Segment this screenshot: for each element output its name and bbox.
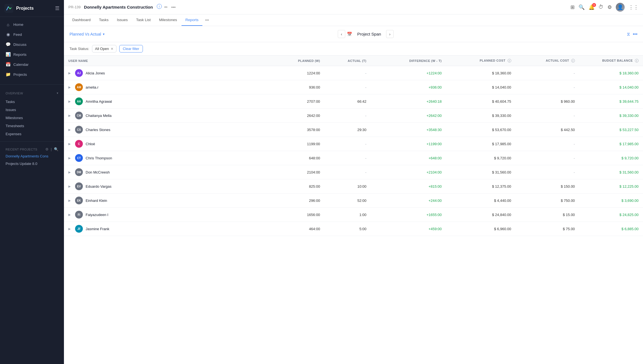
more-options-icon[interactable]: ••• [170, 4, 177, 11]
sidebar-item-projects[interactable]: 📁 Projects [0, 69, 64, 79]
user-name-10: Faiyazudeen I [86, 213, 108, 217]
user-avatar[interactable]: 👤 [616, 3, 625, 12]
sidebar-item-calendar-label: Calendar [13, 62, 29, 67]
sidebar-item-milestones[interactable]: Milestones [0, 114, 64, 122]
report-nav-prev-button[interactable]: ‹ [338, 30, 345, 38]
sidebar-item-issues[interactable]: Issues [0, 106, 64, 114]
grid-icon[interactable]: ⋮⋮ [629, 4, 639, 10]
info-icon[interactable]: i [157, 4, 162, 9]
filter-icon[interactable]: ⧖ [627, 32, 630, 37]
actual-cost-3: - [516, 109, 579, 123]
clear-filter-button[interactable]: Clear filter [119, 45, 143, 52]
report-more-options-icon[interactable]: ••• [633, 32, 637, 37]
recent-search-icon[interactable]: 🔍 [54, 147, 58, 151]
tab-tasks[interactable]: Tasks [95, 14, 113, 26]
budget-balance-info-icon[interactable]: i [635, 59, 639, 62]
row-expand-button[interactable]: ▶ [68, 71, 71, 75]
calendar-icon: 📅 [6, 62, 11, 67]
report-type-label: Planned Vs Actual [69, 32, 101, 36]
table-row: ▶ CM Chaitanya Mella 2642:00 - +2642:00 … [64, 109, 643, 123]
user-avatar-0: AJ [75, 69, 83, 77]
sidebar-item-tasks[interactable]: Tasks [0, 98, 64, 106]
difference-9: +244:00 [371, 194, 446, 208]
timer-icon[interactable]: ⏱ [599, 4, 604, 10]
col-header-actual-cost: ACTUAL COST i [516, 56, 579, 66]
sidebar-item-timesheets[interactable]: Timesheets [0, 122, 64, 130]
budget-balance-10: $ 24,825.00 [579, 208, 643, 222]
row-expand-button[interactable]: ▶ [68, 185, 71, 188]
settings-icon[interactable]: ⚙ [607, 4, 612, 10]
home-icon: ⌂ [6, 22, 11, 27]
sidebar-item-home[interactable]: ⌂ Home [0, 20, 64, 29]
row-expand-button[interactable]: ▶ [68, 156, 71, 160]
tab-issues[interactable]: Issues [113, 14, 132, 26]
actual-cost-4: $ 442.50 [516, 123, 579, 137]
tab-more[interactable]: ••• [203, 15, 211, 26]
row-expand-button[interactable]: ▶ [68, 227, 71, 231]
user-avatar-8: EV [75, 182, 83, 190]
row-expand-button[interactable]: ▶ [68, 199, 71, 202]
row-expand-button[interactable]: ▶ [68, 128, 71, 132]
sidebar-item-projects-label: Projects [13, 72, 27, 77]
col-header-difference: DIFFERENCE (W - T) [371, 56, 446, 66]
planned-1: 936:00 [267, 80, 324, 94]
row-expand-button[interactable]: ▶ [68, 86, 71, 89]
planned-cost-1: $ 14,040.00 [446, 80, 516, 94]
planned-cost-11: $ 6,960.00 [446, 222, 516, 236]
planned-cost-10: $ 24,840.00 [446, 208, 516, 222]
actual-1: - [324, 80, 371, 94]
actual-4: 29:30 [324, 123, 371, 137]
actual-7: - [324, 165, 371, 179]
actual-6: - [324, 151, 371, 165]
filter-chip-close-icon[interactable]: ✕ [111, 47, 113, 51]
actual-2: 66:42 [324, 94, 371, 109]
add-icon[interactable]: ⊞ [570, 4, 575, 10]
report-calendar-icon[interactable]: 📅 [347, 32, 352, 37]
recent-separator: | [51, 147, 52, 151]
col-header-planned-cost: PLANNED COST i [446, 56, 516, 66]
sidebar-item-expenses[interactable]: Expenses [0, 130, 64, 138]
tab-dashboard[interactable]: Dashboard [68, 14, 95, 26]
recent-project-update[interactable]: Projects Update 8.0 [0, 160, 64, 167]
sidebar-item-reports[interactable]: 📊 Reports [0, 49, 64, 59]
edit-icon[interactable]: ✏ [163, 4, 169, 11]
recent-filter-icon[interactable]: ⚙ [45, 147, 49, 151]
planned-10: 1656:00 [267, 208, 324, 222]
user-avatar-10: FI [75, 211, 83, 219]
user-name-7: Don McCreesh [86, 170, 110, 174]
budget-balance-11: $ 6,885.00 [579, 222, 643, 236]
actual-cost-5: - [516, 137, 579, 151]
sidebar-item-feed[interactable]: ◉ Feed [0, 29, 64, 39]
menu-icon[interactable]: ☰ [55, 5, 59, 11]
planned-cost-info-icon[interactable]: i [508, 59, 511, 62]
tab-milestones[interactable]: Milestones [155, 14, 181, 26]
sidebar-item-discuss[interactable]: 💬 Discuss [0, 39, 64, 49]
difference-7: +2104:00 [371, 165, 446, 179]
actual-cost-7: - [516, 165, 579, 179]
planned-cost-5: $ 17,985.00 [446, 137, 516, 151]
row-expand-button[interactable]: ▶ [68, 114, 71, 117]
row-expand-button[interactable]: ▶ [68, 142, 71, 146]
feed-icon: ◉ [6, 32, 11, 37]
tab-task-list[interactable]: Task List [132, 14, 155, 26]
recent-project-donnelly[interactable]: Donnelly Apartments Cons [0, 152, 64, 160]
difference-11: +459:00 [371, 222, 446, 236]
planned-5: 1199:00 [267, 137, 324, 151]
notification-icon[interactable]: 🔔 9 [589, 4, 595, 10]
overview-chevron-icon[interactable]: ▾ [57, 91, 59, 95]
row-expand-button[interactable]: ▶ [68, 170, 71, 174]
actual-10: 1:00 [324, 208, 371, 222]
user-avatar-1: AM [75, 83, 83, 91]
sidebar-item-calendar[interactable]: 📅 Calendar [0, 59, 64, 69]
table-body: ▶ AJ Alicia Jones 1224:00 - +1224:00 $ 1… [64, 66, 643, 236]
difference-2: +2640:18 [371, 94, 446, 109]
actual-8: 10:00 [324, 179, 371, 194]
search-icon[interactable]: 🔍 [579, 4, 585, 10]
actual-cost-info-icon[interactable]: i [571, 59, 575, 62]
report-type-selector[interactable]: Planned Vs Actual ▾ [69, 32, 105, 36]
tab-reports[interactable]: Reports [182, 14, 202, 26]
row-expand-button[interactable]: ▶ [68, 100, 71, 103]
user-name-8: Eduardo Vargas [86, 184, 111, 189]
row-expand-button[interactable]: ▶ [68, 213, 71, 217]
report-nav-next-button[interactable]: › [386, 30, 394, 38]
